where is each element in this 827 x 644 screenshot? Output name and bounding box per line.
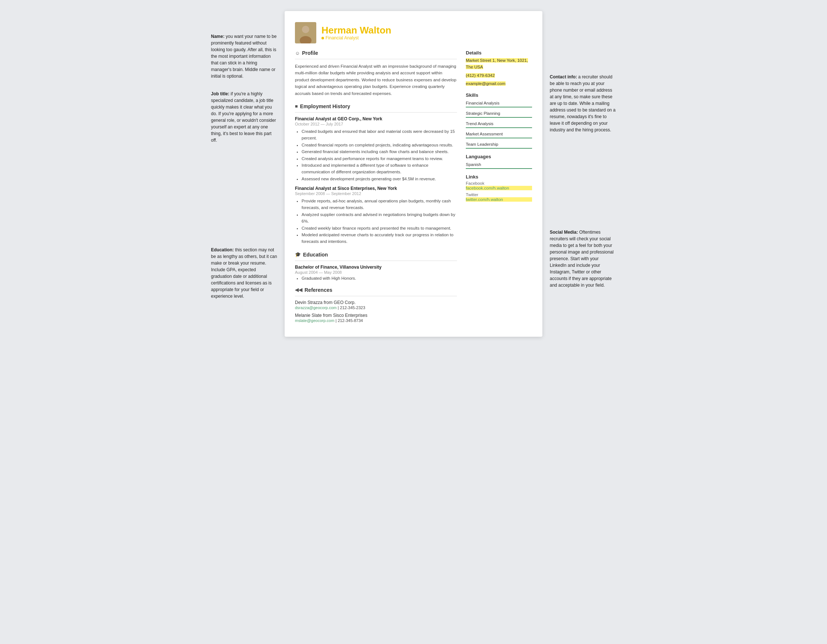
language-1: Spanish — [466, 161, 532, 169]
phone-text: (412) 479-6342 — [466, 73, 495, 78]
bullet: Analyzed supplier contracts and advised … — [301, 211, 457, 225]
jobtitle-ann-label: Job title: — [211, 91, 229, 96]
resume-header: Herman Walton Financial Analyst — [295, 22, 532, 44]
bullet: Created weekly labor finance reports and… — [301, 225, 457, 232]
bullet: Provide reports, ad-hoc analysis, annual… — [301, 198, 457, 211]
bullet: Introduced and implemented a different t… — [301, 162, 457, 176]
skill-5: Team Leadership — [466, 141, 532, 149]
resume-name: Herman Walton — [321, 25, 392, 36]
ref-name-1: Devin Strazza from GEO Corp. — [295, 300, 457, 305]
skill-3: Trend Analysis — [466, 120, 532, 128]
ref-contact-2: mslate@geocorp.com | 212-345-8734 — [295, 318, 457, 323]
bullet: Assessed new development projects genera… — [301, 176, 457, 182]
job-title-2: Financial Analyst at Sisco Enterprises, … — [295, 186, 457, 191]
job-bullets-1: Created budgets and ensured that labor a… — [295, 128, 457, 182]
skills-heading: Skills — [466, 92, 532, 98]
bullet: Generated financial statements including… — [301, 148, 457, 155]
contact-annotation: Contact info: a recruiter should be able… — [550, 74, 616, 133]
sidebar-phone: (412) 479-6342 — [466, 72, 532, 79]
contact-ann-text: a recruiter should be able to reach you … — [550, 74, 616, 132]
name-ann-text: you want your name to be prominently fea… — [211, 34, 276, 79]
resume-card: Herman Walton Financial Analyst ☺ Profil… — [285, 11, 542, 337]
job-dates-1: October 2012 — July 2017 — [295, 122, 457, 126]
bullet: Graduated with High Honors. — [301, 276, 457, 280]
edu-dates-1: August 2004 — May 2008 — [295, 270, 457, 275]
languages-heading: Languages — [466, 154, 532, 159]
profile-text: Experienced and driven Financial Analyst… — [295, 63, 457, 97]
ref-email-2[interactable]: mslate@geocorp.com — [295, 318, 334, 323]
title-dot — [321, 37, 324, 39]
job-entry-2: Financial Analyst at Sisco Enterprises, … — [295, 186, 457, 245]
bullet: Modeled anticipated revenue charts to ac… — [301, 232, 457, 245]
employment-icon: ■ — [295, 103, 298, 109]
twitter-url[interactable]: twitter.com/h.walton — [466, 197, 532, 202]
ref-entry-2: Melanie Slate from Sisco Enterprises msl… — [295, 313, 457, 323]
avatar — [295, 22, 316, 44]
job-bullets-2: Provide reports, ad-hoc analysis, annual… — [295, 198, 457, 245]
profile-heading: ☺ Profile — [295, 50, 457, 56]
resume-sidebar: Details Market Street 1, New York, 1021,… — [466, 50, 532, 326]
social-annotation: Social Media: Oftentimes recruiters will… — [550, 229, 616, 288]
sidebar-address: Market Street 1, New York, 1021, The USA — [466, 57, 532, 71]
social-ann-text: Oftentimes recruiters will check your so… — [550, 230, 613, 288]
education-ann-text: this section may not be as lengthy as ot… — [211, 247, 277, 299]
references-divider — [295, 296, 457, 296]
resume-title: Financial Analyst — [321, 35, 392, 40]
job-entry-1: Financial Analyst at GEO Corp., New York… — [295, 116, 457, 182]
references-icon: ◀◀ — [295, 287, 302, 292]
ref-email-1[interactable]: dsrazza@geocorp.com — [295, 305, 337, 310]
name-annotation: Name: you want your name to be prominent… — [211, 33, 277, 79]
name-ann-label: Name: — [211, 34, 225, 39]
left-annotations: Name: you want your name to be prominent… — [211, 11, 285, 337]
svg-point-1 — [302, 26, 309, 33]
job-dates-2: September 2008 — September 2012 — [295, 191, 457, 196]
ref-contact-1: dsrazza@geocorp.com | 212-345-2323 — [295, 305, 457, 310]
header-text: Herman Walton Financial Analyst — [321, 25, 392, 41]
education-ann-label: Education: — [211, 247, 234, 252]
jobtitle-annotation: Job title: if you're a highly specialize… — [211, 90, 277, 143]
sidebar-email: example@gmail.com — [466, 80, 532, 87]
education-heading: 🎓 Education — [295, 252, 457, 258]
email-text: example@gmail.com — [466, 81, 506, 86]
avatar-svg — [295, 22, 316, 44]
references-heading: ◀◀ References — [295, 287, 457, 293]
resume-body: ☺ Profile Experienced and driven Financi… — [295, 50, 532, 326]
details-heading: Details — [466, 50, 532, 56]
edu-entry-1: Bachelor of Finance, Villanova Universit… — [295, 264, 457, 280]
profile-icon: ☺ — [295, 50, 300, 56]
address-text: Market Street 1, New York, 1021, The USA — [466, 58, 528, 69]
education-annotation: Education: this section may not be as le… — [211, 247, 277, 300]
twitter-label: Twitter — [466, 193, 532, 197]
skill-4: Market Assessment — [466, 130, 532, 138]
edu-school-1: Bachelor of Finance, Villanova Universit… — [295, 264, 457, 270]
right-annotations: Contact info: a recruiter should be able… — [542, 11, 616, 337]
social-ann-label: Social Media: — [550, 230, 578, 235]
job-title-1: Financial Analyst at GEO Corp., New York — [295, 116, 457, 121]
links-heading: Links — [466, 174, 532, 180]
employment-divider — [295, 112, 457, 113]
resume-main: ☺ Profile Experienced and driven Financi… — [295, 50, 457, 326]
education-divider — [295, 261, 457, 261]
bullet: Created analysis and perfomance reports … — [301, 155, 457, 162]
facebook-url[interactable]: facebook.com/h.walton — [466, 186, 532, 190]
employment-heading: ■ Employment History — [295, 103, 457, 109]
bullet: Created financial reports on completed p… — [301, 142, 457, 148]
ref-entry-1: Devin Strazza from GEO Corp. dsrazza@geo… — [295, 300, 457, 310]
edu-bullets-1: Graduated with High Honors. — [295, 276, 457, 280]
skill-1: Financial Analysis — [466, 100, 532, 107]
facebook-label: Facebook — [466, 181, 532, 185]
jobtitle-ann-text: if you're a highly specialized candidate… — [211, 91, 276, 143]
contact-ann-label: Contact info: — [550, 74, 577, 79]
skill-2: Strategic Planning — [466, 110, 532, 118]
education-icon: 🎓 — [295, 252, 301, 257]
page-wrapper: Name: you want your name to be prominent… — [211, 11, 616, 337]
ref-name-2: Melanie Slate from Sisco Enterprises — [295, 313, 457, 318]
bullet: Created budgets and ensured that labor a… — [301, 128, 457, 142]
profile-divider — [295, 59, 457, 59]
